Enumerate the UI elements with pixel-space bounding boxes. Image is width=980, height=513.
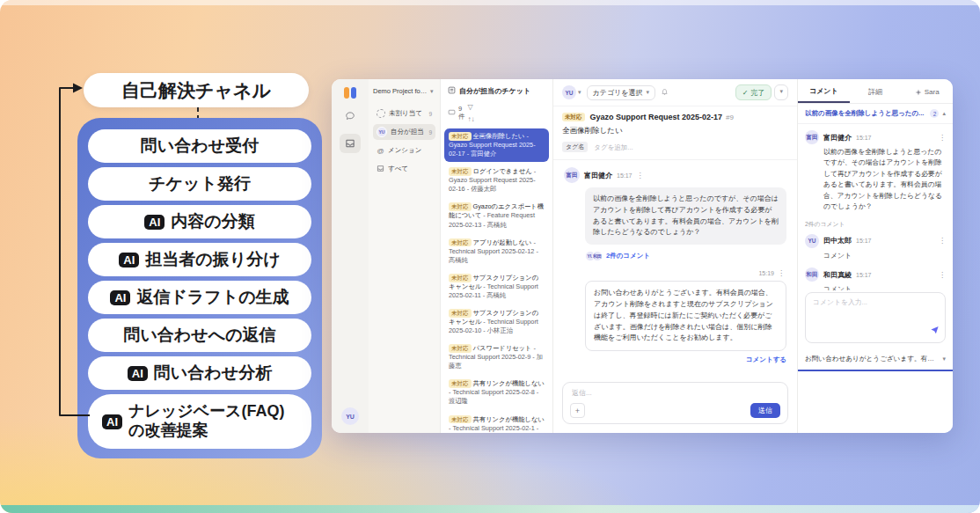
agent-reply-bubble: お問い合わせありがとうございます。有料会員の場合、アカウント削除をされますと現在… xyxy=(585,281,786,351)
kebab-menu-icon[interactable]: ⋮ xyxy=(939,237,946,245)
ticket-list-item[interactable]: 未対応サブスクリプションのキャンセル - Technical Support 2… xyxy=(444,305,549,339)
check-icon: ✓ xyxy=(742,89,749,97)
sidebar-item-assigned-to-me[interactable]: YU 自分が担当 9 xyxy=(373,124,435,140)
self-resolution-channel-label: 自己解決チャネル xyxy=(84,73,309,107)
assignee-dropdown[interactable]: YU ▾ xyxy=(562,85,581,99)
user-avatar[interactable]: YU xyxy=(341,407,359,425)
comment-item: 富田 富田健介 15:17 ⋮ 以前の画像を全削除しようと思ったのですが、その場… xyxy=(805,130,946,213)
ticket-list-item[interactable]: 未対応パスワードリセット - Technical Support 2025-02… xyxy=(444,341,549,374)
ticket-title: 共有リンクが機能しない xyxy=(473,415,545,423)
category-select[interactable]: カテゴリを選択 ▾ xyxy=(587,85,655,100)
flow-step-assignee-routing: AI担当者の振り分け xyxy=(88,243,311,276)
tab-sara[interactable]: Sara xyxy=(901,79,953,103)
ticket-list-item[interactable]: 未対応サブスクリプションのキャンセル - Technical Support 2… xyxy=(444,270,549,304)
top-accent-strip xyxy=(0,0,980,5)
flow-step-label: 内容の分類 xyxy=(171,210,254,233)
ticket-title: 共有リンクが機能しない xyxy=(473,379,545,387)
ticket-list-item[interactable]: 未対応ログインできません - Gyazo Support Request 202… xyxy=(444,164,549,197)
collapsed-thread[interactable]: お問い合わせありがとうございます。有料... ▾ xyxy=(798,348,953,371)
collapsed-thread-text: お問い合わせありがとうございます。有料... xyxy=(805,355,939,363)
status-badge: 未対応 xyxy=(449,309,472,318)
app-logo-icon[interactable] xyxy=(344,87,356,99)
comment-body: コメント xyxy=(823,251,946,261)
count-badge: 9 xyxy=(428,129,432,136)
tab-details[interactable]: 詳細 xyxy=(850,79,902,103)
sidebar-item-label: 自分が担当 xyxy=(391,128,424,136)
chevron-down-icon[interactable]: ▾ xyxy=(942,355,946,363)
flow-step-label: チケット発行 xyxy=(149,172,251,195)
chat-icon[interactable] xyxy=(340,106,361,126)
filter-icon[interactable]: ▽ xyxy=(468,103,546,111)
flow-step-label: 問い合わせへの返信 xyxy=(123,324,275,347)
ticket-detail-panel: YU ▾ カテゴリを選択 ▾ ✓ 完了 ▾ xyxy=(553,79,798,433)
sort-icon[interactable]: ↑↓ xyxy=(468,115,546,123)
sparkle-icon xyxy=(915,89,922,96)
comment-input[interactable] xyxy=(811,297,940,307)
flow-step-inquiry-analysis: AI問い合わせ分析 xyxy=(88,356,311,390)
ticket-list-item[interactable]: 未対応Gyazoのエクスポート機能について - Feature Request … xyxy=(444,199,549,232)
status-badge: 未対応 xyxy=(449,415,472,424)
chevron-down-icon: ▾ xyxy=(646,89,649,96)
status-badge: 未対応 xyxy=(449,167,472,176)
sidebar-item-all[interactable]: すべて xyxy=(373,161,435,177)
avatar: YU xyxy=(805,234,819,248)
send-icon[interactable] xyxy=(930,322,940,338)
ticket-detail-title: Gyazo Support Request 2025-02-17 xyxy=(590,113,723,121)
reply-input[interactable] xyxy=(570,388,780,398)
mention-icon: @ xyxy=(377,147,384,155)
comment-action-link[interactable]: コメントする xyxy=(746,355,786,364)
attach-icon[interactable]: + xyxy=(570,403,585,418)
comment-item: 和田 和田真綾 15:17 ⋮ コメント xyxy=(805,267,946,290)
ticket-list-item[interactable]: 未対応全画像削除したい - Gyazo Support Request 2025… xyxy=(444,128,549,162)
flow-steps-container: 問い合わせ受付 チケット発行 AI内容の分類 AI担当者の振り分け AI返信ドラ… xyxy=(77,118,322,458)
flow-step-label: 担当者の振り分け xyxy=(145,248,280,271)
complete-button-label: 完了 xyxy=(750,88,764,98)
kebab-menu-icon[interactable]: ⋮ xyxy=(939,271,946,279)
kebab-menu-icon[interactable]: ⋮ xyxy=(939,134,946,142)
status-badge: 未対応 xyxy=(449,274,472,282)
chevron-up-icon[interactable]: ▴ xyxy=(942,110,946,117)
inbox-icon[interactable] xyxy=(340,134,361,153)
ticket-list-item[interactable]: 未対応共有リンクが機能しない - Technical Support 2025-… xyxy=(444,376,549,409)
sidebar-item-unassigned[interactable]: 未割り当て 9 xyxy=(373,106,435,121)
ticket-list-item[interactable]: 未対応アプリが起動しない - Technical Support 2025-02… xyxy=(444,235,549,268)
project-selector[interactable]: Demo Project for 4d... ▾ xyxy=(373,87,435,95)
flow-step-label-line1: ナレッジベース(FAQ) xyxy=(128,402,285,421)
inbox-icon xyxy=(377,165,384,174)
category-select-value: カテゴリを選択 xyxy=(593,88,643,98)
comment-input-box[interactable] xyxy=(805,292,946,343)
commenter-avatars: YU 和田 xyxy=(585,251,603,261)
bottom-accent-strip xyxy=(0,505,980,513)
complete-options-button[interactable]: ▾ xyxy=(774,84,788,100)
thread-summary-link[interactable]: 以前の画像を全削除しようと思ったの... 2 ▴ xyxy=(798,104,953,124)
flow-step-label: 返信ドラフトの生成 xyxy=(136,286,289,309)
ticket-icon xyxy=(448,108,456,118)
comment-body: コメント xyxy=(823,284,946,290)
comment-count-badge: 2 xyxy=(930,109,939,118)
kebab-menu-icon[interactable]: ⋮ xyxy=(637,172,644,180)
ticket-list: 未対応全画像削除したい - Gyazo Support Request 2025… xyxy=(441,127,552,433)
tag-chip[interactable]: タグ名 xyxy=(562,142,588,152)
kebab-menu-icon[interactable]: ⋮ xyxy=(778,269,785,277)
thread-summary-text: 以前の画像を全削除しようと思ったの... xyxy=(805,109,926,118)
ticket-list-item[interactable]: 未対応共有リンクが機能しない - Technical Support 2025-… xyxy=(444,412,549,434)
project-name: Demo Project for 4d... xyxy=(373,87,428,95)
comment-time: 15:17 xyxy=(856,272,872,278)
ticket-title: 全画像削除したい xyxy=(473,132,525,140)
reply-composer[interactable]: + 送信 xyxy=(562,382,788,424)
ai-badge: AI xyxy=(119,253,139,267)
count-badge: 9 xyxy=(428,111,432,117)
bell-icon[interactable] xyxy=(661,88,669,98)
comment-item: YU 田中太郎 15:17 ⋮ コメント xyxy=(805,234,946,261)
flow-step-reply-to-inquiry: 問い合わせへの返信 xyxy=(88,319,311,352)
comments-count-link[interactable]: 2件のコメント xyxy=(606,252,650,260)
helpdesk-app-window: YU Demo Project for 4d... ▾ 未割り当て 9 YU 自… xyxy=(332,79,953,433)
avatar: 富田 xyxy=(564,167,580,183)
tag-add-input[interactable] xyxy=(592,143,666,152)
sidebar-item-mentions[interactable]: @ メンション xyxy=(373,143,435,158)
send-button[interactable]: 送信 xyxy=(750,403,780,418)
flow-step-ticket-issue: チケット発行 xyxy=(88,167,311,201)
tab-comments[interactable]: コメント xyxy=(798,79,850,103)
complete-button[interactable]: ✓ 完了 xyxy=(735,84,772,100)
comments-divider: 2件のコメント xyxy=(805,220,946,229)
